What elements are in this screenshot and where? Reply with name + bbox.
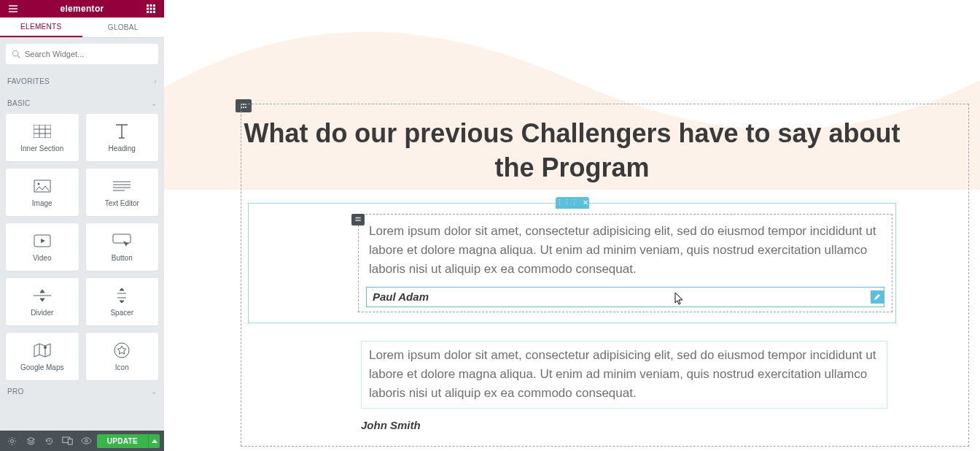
tab-elements[interactable]: ELEMENTS — [0, 18, 82, 37]
history-icon — [44, 436, 54, 446]
svg-rect-28 — [69, 439, 73, 445]
widget-heading[interactable]: Heading — [86, 114, 159, 161]
chevron-right-icon: › — [154, 77, 157, 85]
svg-point-24 — [44, 346, 47, 349]
svg-rect-7 — [150, 11, 152, 13]
category-label: PRO — [7, 388, 24, 396]
svg-point-29 — [85, 439, 87, 442]
preview-button[interactable] — [78, 433, 93, 448]
svg-point-9 — [13, 51, 19, 57]
svg-rect-11 — [34, 125, 51, 138]
star-icon — [112, 342, 131, 359]
divider-icon — [33, 287, 52, 304]
category-favorites[interactable]: FAVORITES › — [0, 70, 164, 92]
widget-label: Divider — [31, 309, 53, 317]
panel-header: elementor — [0, 0, 164, 18]
svg-rect-1 — [150, 4, 152, 7]
category-label: FAVORITES — [7, 77, 50, 85]
svg-rect-5 — [153, 8, 155, 10]
responsive-button[interactable] — [60, 433, 75, 448]
widget-label: Text Editor — [105, 199, 139, 207]
category-basic[interactable]: BASIC ⌄ — [0, 92, 164, 114]
eye-icon — [81, 437, 92, 444]
widget-image[interactable]: Image — [6, 169, 79, 216]
svg-rect-6 — [147, 11, 149, 13]
heading-icon — [112, 123, 131, 140]
widget-label: Button — [112, 254, 133, 262]
chevron-down-icon: ⌄ — [151, 99, 157, 107]
search-input[interactable] — [25, 50, 152, 58]
map-icon — [33, 342, 52, 359]
panel-footer: UPDATE — [0, 431, 164, 451]
widget-icon[interactable]: Icon — [86, 333, 159, 380]
settings-button[interactable] — [4, 433, 20, 448]
widget-text-editor[interactable]: Text Editor — [86, 169, 159, 216]
svg-line-10 — [18, 55, 20, 58]
columns-icon — [33, 123, 52, 140]
image-icon — [33, 177, 52, 195]
widget-label: Image — [32, 199, 52, 207]
caret-up-icon — [152, 439, 158, 443]
widget-video[interactable]: Video — [6, 223, 79, 271]
editor-panel: elementor ELEMENTS GLOBAL FAVORITES › BA… — [0, 0, 164, 451]
chevron-down-icon: ⌄ — [151, 388, 157, 396]
brand-logo: elementor — [19, 4, 145, 14]
svg-rect-23 — [113, 234, 131, 243]
widgets-grid: Inner Section Heading Image Text Editor … — [0, 114, 164, 380]
update-options-button[interactable] — [148, 434, 160, 448]
search-box[interactable] — [6, 44, 158, 64]
menu-icon — [9, 5, 18, 12]
search-icon — [12, 50, 20, 58]
category-label: BASIC — [7, 99, 31, 107]
video-icon — [33, 232, 52, 250]
grid-icon — [147, 4, 155, 13]
svg-point-17 — [37, 183, 39, 185]
widget-label: Inner Section — [20, 144, 63, 153]
history-button[interactable] — [42, 433, 57, 448]
tab-global[interactable]: GLOBAL — [82, 18, 165, 37]
widget-label: Spacer — [110, 309, 133, 317]
preview-area: What do our previous Challengers have to… — [164, 0, 980, 451]
canvas: What do our previous Challengers have to… — [208, 108, 936, 431]
widget-spacer[interactable]: Spacer — [86, 278, 159, 325]
panel-tabs: ELEMENTS GLOBAL — [0, 18, 164, 38]
spacer-icon — [112, 287, 131, 304]
svg-point-26 — [11, 439, 14, 442]
hamburger-menu-button[interactable] — [7, 3, 19, 15]
widget-label: Icon — [115, 363, 129, 371]
search-wrap — [0, 38, 164, 70]
gear-icon — [7, 436, 17, 446]
svg-rect-2 — [153, 4, 155, 7]
widget-label: Heading — [109, 144, 136, 153]
svg-rect-0 — [147, 4, 149, 7]
publish-group: UPDATE — [97, 434, 160, 448]
widget-google-maps[interactable]: Google Maps — [6, 333, 79, 380]
layers-icon — [26, 436, 36, 446]
devices-icon — [62, 436, 73, 445]
svg-rect-3 — [147, 8, 149, 10]
widget-label: Google Maps — [20, 363, 63, 371]
apps-button[interactable] — [145, 3, 157, 15]
svg-rect-4 — [150, 8, 152, 10]
category-pro[interactable]: PRO ⌄ — [0, 380, 164, 402]
button-icon — [112, 232, 131, 250]
widget-label: Video — [33, 254, 51, 262]
section-outline — [241, 104, 969, 447]
update-button[interactable]: UPDATE — [97, 434, 148, 448]
widget-divider[interactable]: Divider — [6, 278, 79, 325]
widget-inner-section[interactable]: Inner Section — [6, 114, 79, 161]
svg-rect-8 — [153, 11, 155, 13]
navigator-button[interactable] — [23, 433, 38, 448]
text-icon — [112, 177, 131, 195]
widget-button[interactable]: Button — [86, 223, 159, 271]
